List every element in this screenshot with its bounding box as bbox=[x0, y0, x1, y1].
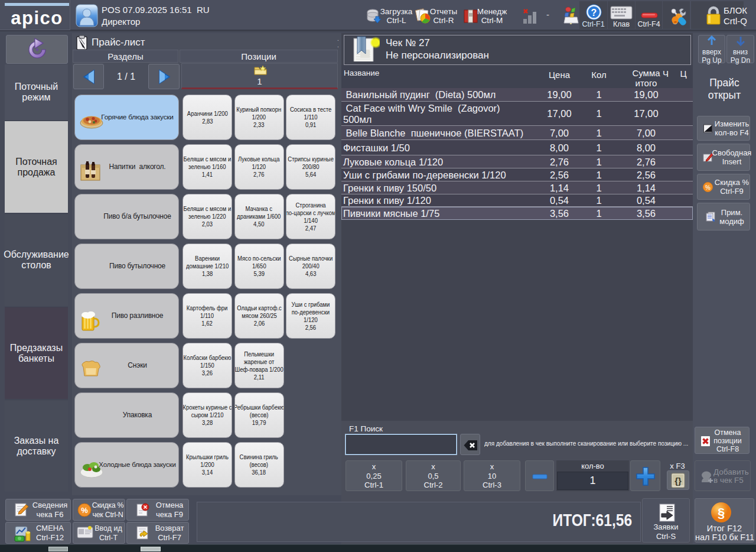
svg-text:%: % bbox=[81, 506, 88, 515]
svg-text:§: § bbox=[718, 505, 725, 520]
svg-text:{}: {} bbox=[674, 476, 682, 486]
svg-text:?: ? bbox=[591, 8, 597, 18]
svg-text:%: % bbox=[705, 184, 711, 191]
